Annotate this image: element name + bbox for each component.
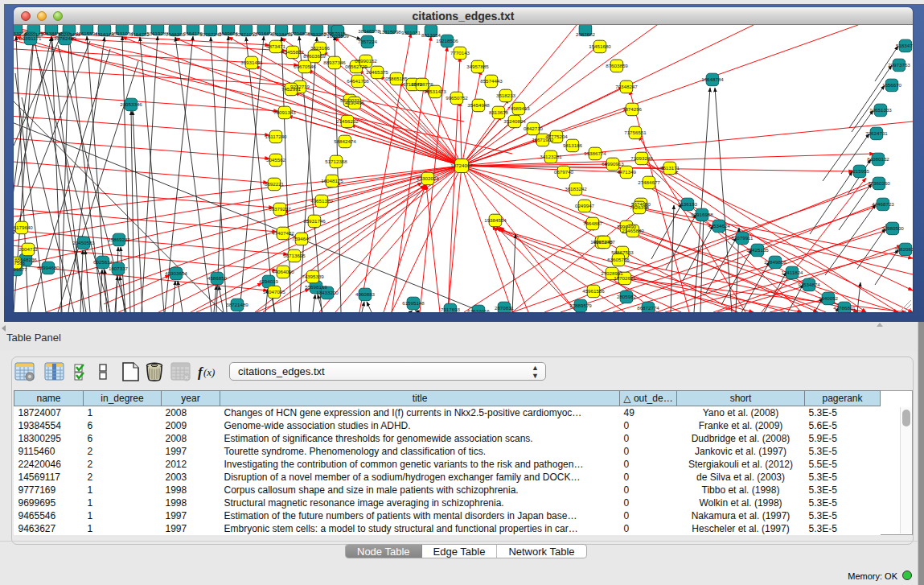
svg-text:90916998: 90916998 (691, 212, 713, 217)
svg-text:51712368: 51712368 (325, 159, 347, 164)
svg-text:23302023: 23302023 (417, 175, 439, 181)
svg-text:30980500: 30980500 (881, 225, 904, 231)
svg-text:64990913: 64990913 (602, 161, 624, 167)
svg-text:20053346: 20053346 (120, 101, 142, 107)
svg-text:8313678: 8313678 (489, 109, 509, 115)
svg-text:7874296: 7874296 (622, 106, 643, 112)
svg-text:29973763: 29973763 (888, 62, 910, 68)
svg-text:43303654: 43303654 (165, 270, 187, 276)
svg-text:77360260: 77360260 (868, 180, 890, 186)
svg-text:34123281: 34123281 (540, 154, 562, 159)
svg-text:1656670: 1656670 (882, 82, 902, 88)
svg-text:62994680: 62994680 (37, 265, 60, 270)
svg-text:7826398: 7826398 (630, 204, 650, 210)
svg-text:4060883: 4060883 (355, 291, 376, 297)
svg-text:0842710: 0842710 (524, 126, 544, 131)
svg-text:35454948: 35454948 (467, 102, 490, 108)
svg-text:1607337: 1607337 (109, 266, 129, 271)
svg-text:44064090: 44064090 (272, 269, 294, 274)
svg-text:27849808: 27849808 (764, 259, 786, 265)
svg-text:06562729: 06562729 (345, 64, 368, 69)
svg-text:6025634: 6025634 (93, 259, 113, 265)
svg-text:20450533: 20450533 (72, 240, 95, 245)
svg-text:06990162: 06990162 (355, 58, 377, 64)
svg-text:15451680: 15451680 (589, 43, 611, 49)
svg-text:38721489: 38721489 (226, 302, 248, 307)
svg-text:4190496: 4190496 (345, 100, 365, 105)
svg-text:26179640: 26179640 (14, 225, 33, 230)
svg-text:43699577: 43699577 (14, 266, 27, 272)
svg-text:13315098: 13315098 (379, 29, 401, 35)
svg-text:16033809: 16033809 (326, 33, 349, 39)
svg-text:18724007: 18724007 (450, 163, 473, 168)
svg-text:45961586: 45961586 (582, 288, 605, 294)
svg-text:34957885: 34957885 (466, 64, 489, 69)
svg-text:63605766: 63605766 (607, 257, 630, 262)
svg-text:28498776: 28498776 (411, 81, 433, 87)
svg-text:93534874: 93534874 (798, 282, 820, 287)
svg-text:4586850: 4586850 (207, 275, 228, 281)
svg-text:1640052: 1640052 (819, 295, 839, 301)
svg-text:78091343: 78091343 (273, 109, 296, 115)
svg-text:20465375: 20465375 (366, 69, 388, 75)
svg-text:27484677: 27484677 (638, 179, 660, 185)
svg-text:81080132: 81080132 (867, 156, 889, 162)
svg-text:99650752: 99650752 (446, 95, 468, 101)
svg-text:87603859: 87603859 (606, 63, 628, 68)
svg-text:12411824: 12411824 (781, 270, 803, 275)
svg-text:4471349: 4471349 (617, 169, 637, 175)
svg-text:47468723: 47468723 (872, 201, 894, 207)
svg-text:61595148: 61595148 (402, 300, 425, 306)
svg-text:85574443: 85574443 (480, 78, 503, 84)
svg-text:7464887: 7464887 (583, 220, 603, 226)
svg-text:78820812: 78820812 (894, 246, 913, 252)
svg-text:70348247: 70348247 (615, 84, 638, 89)
svg-text:13433200: 13433200 (316, 290, 339, 295)
svg-text:8813054: 8813054 (421, 32, 441, 38)
svg-text:87603669: 87603669 (303, 53, 326, 59)
svg-text:3518233: 3518233 (496, 93, 516, 98)
svg-text:7452991: 7452991 (281, 86, 302, 92)
svg-text:94531473: 94531473 (424, 89, 446, 94)
svg-text:42786801: 42786801 (833, 305, 856, 311)
svg-text:64641708: 64641708 (347, 78, 369, 84)
svg-text:85931746: 85931746 (303, 218, 326, 224)
svg-text:27889579: 27889579 (569, 303, 592, 308)
svg-text:3215955: 3215955 (850, 168, 870, 174)
svg-text:36183242: 36183242 (565, 186, 587, 192)
svg-text:4294019: 4294019 (259, 278, 279, 284)
svg-text:49972787: 49972787 (593, 239, 615, 245)
svg-text:(x): (x) (203, 366, 215, 378)
svg-text:0249947: 0249947 (575, 203, 595, 208)
svg-text:7594647: 7594647 (292, 236, 312, 241)
svg-text:19218506: 19218506 (436, 38, 458, 43)
svg-text:38346578: 38346578 (358, 28, 380, 34)
svg-text:47407482: 47407482 (272, 230, 294, 236)
svg-text:16048175: 16048175 (321, 178, 343, 183)
svg-text:18702621: 18702621 (614, 275, 636, 281)
svg-text:2805982: 2805982 (617, 294, 637, 299)
svg-text:16648784: 16648784 (701, 76, 724, 82)
svg-text:72624731: 72624731 (865, 130, 888, 136)
svg-text:7770143: 7770143 (450, 50, 470, 56)
svg-text:51079911: 51079911 (731, 235, 754, 241)
svg-text:31931491: 31931491 (240, 60, 263, 65)
svg-text:3623166: 3623166 (310, 45, 331, 51)
svg-text:05865185: 05865185 (385, 76, 408, 81)
svg-text:43534624: 43534624 (708, 223, 730, 229)
svg-text:4873471: 4873471 (266, 43, 286, 49)
svg-text:30391171: 30391171 (19, 35, 42, 41)
svg-text:8613171: 8613171 (660, 165, 680, 171)
svg-text:71756551: 71756551 (624, 130, 647, 135)
svg-text:09670546: 09670546 (294, 64, 316, 69)
svg-text:74395339: 74395339 (302, 274, 324, 279)
svg-text:36713695: 36713695 (283, 253, 306, 258)
svg-text:38425135: 38425135 (746, 247, 769, 253)
svg-text:9301031: 9301031 (401, 30, 421, 35)
svg-text:49651370: 49651370 (310, 198, 333, 204)
svg-text:88937346: 88937346 (323, 60, 346, 65)
svg-text:7917693: 7917693 (441, 307, 461, 312)
svg-text:2870831: 2870831 (495, 305, 515, 311)
svg-text:35240824: 35240824 (503, 118, 526, 124)
svg-text:19384554: 19384554 (484, 217, 507, 223)
